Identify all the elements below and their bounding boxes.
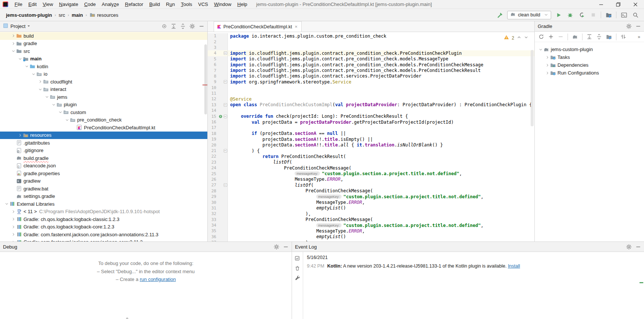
- project-tree-item-resources[interactable]: resources: [0, 132, 207, 139]
- locate-file-icon[interactable]: [161, 23, 167, 29]
- chevron-right-icon[interactable]: [11, 239, 16, 241]
- gradle-tree-item-jems-custom-plugin[interactable]: jems-custom-plugin: [535, 45, 644, 53]
- run-configurations-folder-icon[interactable]: [606, 34, 612, 40]
- line-number[interactable]: 10: [208, 85, 218, 91]
- project-tree-item-plugin[interactable]: plugin: [0, 101, 207, 109]
- maximize-button[interactable]: [610, 0, 627, 9]
- chevron-right-icon[interactable]: [545, 70, 550, 76]
- project-tree-item-preconditioncheckdefaultimpl.kt[interactable]: PreConditionCheckDefaultImpl.kt: [0, 124, 207, 132]
- line-number[interactable]: 28: [208, 188, 218, 194]
- gradle-elephant-icon[interactable]: [572, 34, 578, 40]
- line-number[interactable]: 26: [208, 177, 218, 182]
- gradle-tree-item-dependencies[interactable]: Dependencies: [535, 61, 644, 69]
- menu-vcs[interactable]: VCS: [195, 0, 211, 9]
- code-editor[interactable]: 2 1package io.interact.jems.plugin.custo…: [208, 32, 534, 241]
- code-line-26[interactable]: 26 MessageType.ERROR,: [208, 177, 534, 182]
- hide-panel-icon[interactable]: [283, 244, 289, 250]
- menu-analyze[interactable]: Analyze: [99, 0, 122, 9]
- collapse-all-icon[interactable]: [180, 23, 186, 29]
- menu-build[interactable]: Build: [146, 0, 163, 9]
- gear-icon[interactable]: [626, 244, 632, 250]
- code-line-13[interactable]: 13−open class PreConditionCheckCustomImp…: [208, 102, 534, 108]
- code-line-9[interactable]: 9−import org.springframework.stereotype.…: [208, 79, 534, 85]
- project-tree-item-gradlew[interactable]: gradlew: [0, 177, 207, 185]
- settings-wrench-icon[interactable]: [295, 275, 300, 281]
- code-line-20[interactable]: 20 projectData.sectionA!!.title.all { it…: [208, 142, 534, 148]
- collapse-all-icon[interactable]: [596, 34, 602, 40]
- menu-edit[interactable]: Edit: [25, 0, 40, 9]
- code-line-14[interactable]: 14: [208, 108, 534, 113]
- code-line-34[interactable]: 34 messageKey:"custom.plugin.section.a.p…: [208, 222, 534, 228]
- line-number[interactable]: 9: [208, 79, 218, 85]
- expand-all-icon[interactable]: [171, 23, 176, 29]
- line-number[interactable]: 35: [208, 228, 218, 234]
- line-number[interactable]: 20: [208, 142, 218, 148]
- run-with-coverage-button[interactable]: [578, 11, 586, 19]
- line-number[interactable]: 15: [208, 113, 218, 119]
- hide-panel-icon[interactable]: [635, 244, 641, 250]
- chevron-down-icon[interactable]: [51, 102, 56, 108]
- chevron-down-icon[interactable]: [45, 94, 49, 100]
- line-number[interactable]: 12: [208, 96, 218, 102]
- line-number[interactable]: 2: [208, 39, 218, 44]
- chevron-down-icon[interactable]: [27, 23, 31, 29]
- fold-marker-icon[interactable]: −: [223, 102, 228, 108]
- menu-view[interactable]: View: [40, 0, 56, 9]
- code-line-4[interactable]: 4−import io.cloudflight.jems.plugin.cont…: [208, 50, 534, 56]
- menu-navigate[interactable]: Navigate: [56, 0, 81, 9]
- minimize-button[interactable]: [593, 0, 610, 9]
- line-number[interactable]: 25: [208, 171, 218, 176]
- chevron-right-icon[interactable]: [545, 62, 550, 68]
- code-line-23[interactable]: 23 listOf(: [208, 160, 534, 165]
- toggle-offline-icon[interactable]: [621, 34, 626, 40]
- stop-button[interactable]: [589, 11, 597, 19]
- chevron-down-icon[interactable]: [58, 109, 63, 115]
- code-line-16[interactable]: 16 val projectData = projectDataProvider…: [208, 119, 534, 125]
- line-number[interactable]: 23: [208, 160, 218, 165]
- fold-marker-icon[interactable]: −: [223, 182, 228, 188]
- line-number[interactable]: 13: [208, 102, 218, 108]
- project-tree-item-interact[interactable]: interact: [0, 86, 207, 94]
- project-scrollbar[interactable]: [204, 44, 207, 114]
- code-line-31[interactable]: 31 emptyList(): [208, 205, 534, 211]
- line-number[interactable]: 19: [208, 136, 218, 142]
- editor-tab[interactable]: PreConditionCheckDefaultImpl.kt ×: [214, 21, 302, 32]
- expand-all-icon[interactable]: [587, 34, 592, 40]
- project-tree-item-gradle-com.fasterxml.jackson.core-jackson-annotations-2.11.3[interactable]: Gradle: com.fasterxml.jackson.core:jacks…: [0, 231, 207, 239]
- code-line-2[interactable]: 2: [208, 39, 534, 44]
- breadcrumb-item-main[interactable]: main: [70, 12, 84, 18]
- chevron-down-icon[interactable]: [25, 63, 29, 69]
- close-tab-icon[interactable]: ×: [294, 24, 298, 29]
- chevron-down-icon[interactable]: [4, 201, 9, 207]
- chevron-right-icon[interactable]: [545, 54, 550, 60]
- project-tree-item-io[interactable]: io: [0, 70, 207, 78]
- override-method-icon[interactable]: [218, 113, 223, 119]
- menu-help[interactable]: Help: [234, 0, 250, 9]
- code-line-1[interactable]: 1package io.interact.jems.plugin.custom.…: [208, 33, 534, 39]
- line-number[interactable]: 34: [208, 222, 218, 228]
- code-line-28[interactable]: 28 PreConditionCheckMessage(: [208, 188, 534, 194]
- gradle-tree-item-tasks[interactable]: Tasks: [535, 53, 644, 61]
- code-line-7[interactable]: 7import io.cloudflight.jems.plugin.contr…: [208, 67, 534, 73]
- project-tree-item-build[interactable]: build: [0, 32, 207, 40]
- code-line-27[interactable]: 27− listOf(: [208, 182, 534, 188]
- code-line-22[interactable]: 22 return PreConditionCheckResult(: [208, 154, 534, 159]
- line-number[interactable]: 1: [208, 33, 218, 39]
- more-actions-icon[interactable]: »: [638, 34, 640, 40]
- project-pane-title[interactable]: Project: [10, 23, 25, 29]
- clear-log-trash-icon[interactable]: [295, 265, 300, 271]
- fold-marker-icon[interactable]: −: [223, 113, 228, 119]
- line-number[interactable]: 33: [208, 217, 218, 222]
- menu-file[interactable]: File: [12, 0, 25, 9]
- code-line-11[interactable]: 11: [208, 91, 534, 96]
- project-tree-item-main[interactable]: main: [0, 55, 207, 63]
- line-number[interactable]: 18: [208, 131, 218, 136]
- add-icon[interactable]: [548, 34, 554, 40]
- project-tree-item-gradle-ch.qos.logback-logback-classic-1.2.3[interactable]: Gradle: ch.qos.logback:logback-classic:1…: [0, 215, 207, 223]
- code-line-33[interactable]: 33 PreConditionCheckMessage(: [208, 217, 534, 222]
- line-number[interactable]: 14: [208, 108, 218, 113]
- chevron-right-icon[interactable]: [11, 231, 16, 237]
- editor-scrollbar[interactable]: [531, 50, 534, 126]
- gear-icon[interactable]: [626, 23, 632, 29]
- run-configuration-link[interactable]: run configuration: [140, 277, 176, 282]
